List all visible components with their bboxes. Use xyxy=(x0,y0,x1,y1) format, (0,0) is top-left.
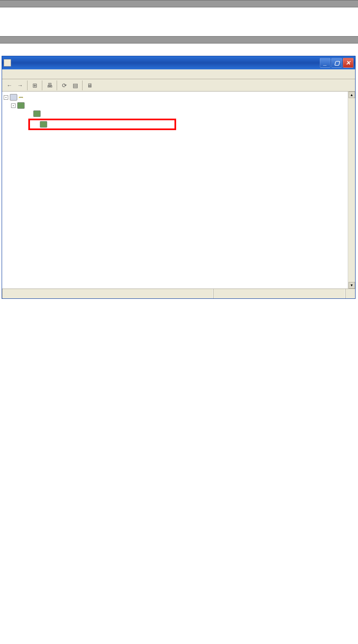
toolbar: ← → ⊞ 🖶 ⟳ ▤ 🖥 xyxy=(2,79,355,92)
close-button[interactable]: ✕ xyxy=(343,58,353,68)
status-pane xyxy=(2,289,213,298)
resize-grip[interactable] xyxy=(345,289,355,298)
tree-item-1394[interactable] xyxy=(4,110,346,118)
forward-button[interactable]: → xyxy=(15,80,25,90)
separator xyxy=(41,80,42,90)
heading-verify xyxy=(0,36,358,44)
list-icon[interactable]: ▤ xyxy=(70,80,80,90)
tree-item-wifi[interactable] xyxy=(30,120,174,128)
device-manager-window: _ ▢ ✕ ← → ⊞ 🖶 ⟳ ▤ 🖥 - - xyxy=(2,56,356,299)
scroll-down-button[interactable]: ▾ xyxy=(349,282,355,289)
print-icon[interactable]: 🖶 xyxy=(45,80,55,90)
root-label[interactable] xyxy=(19,97,23,98)
tree-root[interactable]: - xyxy=(4,93,346,101)
highlight-box xyxy=(28,119,176,130)
properties-icon[interactable]: ⊞ xyxy=(30,80,40,90)
note-block xyxy=(0,7,358,29)
status-pane xyxy=(213,289,345,298)
collapse-icon[interactable]: - xyxy=(11,103,16,108)
network-card-icon xyxy=(33,110,41,117)
tree-body: - - xyxy=(2,92,355,289)
heading-install xyxy=(0,0,358,7)
separator xyxy=(26,80,28,90)
scroll-up-button[interactable]: ▴ xyxy=(349,92,355,98)
tree-item-network[interactable]: - xyxy=(4,101,346,110)
back-button[interactable]: ← xyxy=(5,80,14,90)
device-tree[interactable]: - - xyxy=(2,92,348,289)
collapse-icon[interactable]: - xyxy=(4,95,8,100)
menubar xyxy=(2,69,355,79)
verify-paragraph xyxy=(0,44,358,56)
separator xyxy=(55,80,57,90)
refresh-icon[interactable]: ⟳ xyxy=(60,80,69,90)
statusbar xyxy=(2,289,355,298)
computer-icon xyxy=(10,94,17,101)
minimize-button[interactable]: _ xyxy=(320,58,330,68)
network-card-icon xyxy=(17,102,25,109)
app-icon xyxy=(4,59,11,66)
maximize-button[interactable]: ▢ xyxy=(331,58,342,68)
vertical-scrollbar[interactable]: ▴ ▾ xyxy=(348,92,355,289)
titlebar[interactable]: _ ▢ ✕ xyxy=(2,56,355,69)
separator xyxy=(81,80,83,90)
scan-icon[interactable]: 🖥 xyxy=(85,80,95,90)
network-card-icon xyxy=(40,121,47,128)
